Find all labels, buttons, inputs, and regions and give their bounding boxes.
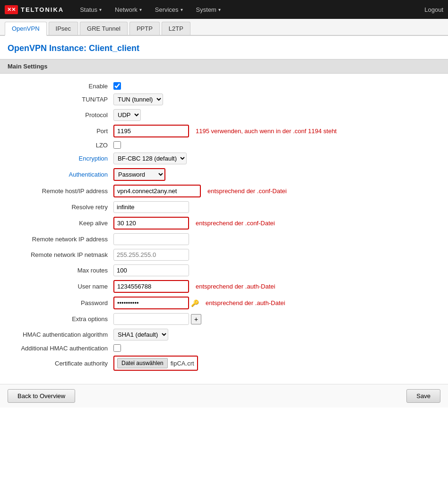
port-annotation: 1195 verwenden, auch wenn in der .conf 1… [196, 128, 337, 135]
remote-host-row: Remote host/IP address entsprechend der … [0, 185, 448, 197]
remote-net-mask-label: Remote network IP netmask [5, 251, 113, 258]
additional-hmac-checkbox[interactable] [113, 344, 121, 352]
back-to-overview-button[interactable]: Back to Overview [8, 389, 75, 403]
password-annotation: entsprechend der .auth-Datei [206, 299, 285, 306]
password-label: Password [5, 299, 113, 306]
extra-options-input[interactable] [113, 313, 189, 325]
resolve-retry-input[interactable] [113, 201, 189, 213]
max-routes-row: Max routes [0, 264, 448, 276]
chevron-down-icon: ▾ [99, 7, 102, 12]
port-row: Port 1195 verwenden, auch wenn in der .c… [0, 125, 448, 137]
remote-net-ip-input[interactable] [113, 233, 189, 245]
nav-network[interactable]: Network ▾ [108, 0, 148, 19]
main-settings-form: Enable TUN/TAP TUN (tunnel) Protocol UDP… [0, 74, 448, 379]
logo-icon: ✕✕ [5, 5, 18, 14]
cert-authority-row: Certificate authority Datei auswählen fi… [0, 356, 448, 371]
cert-authority-file-wrapper: Datei auswählen fipCA.crt [113, 356, 198, 371]
tuntap-select[interactable]: TUN (tunnel) [113, 94, 163, 105]
add-extra-option-button[interactable]: + [191, 314, 201, 324]
remote-host-annotation: entsprechend der .conf-Datei [207, 187, 287, 195]
extra-options-row: Extra options + [0, 313, 448, 325]
remote-host-label: Remote host/IP address [5, 187, 113, 195]
cert-authority-label: Certificate authority [5, 360, 113, 367]
username-annotation: entsprechend der .auth-Datei [196, 283, 275, 290]
enable-row: Enable [0, 82, 448, 90]
keep-alive-label: Keep alive [5, 220, 113, 227]
cert-authority-file-button[interactable]: Datei auswählen [117, 358, 168, 368]
chevron-down-icon: ▾ [218, 7, 221, 12]
nav-status[interactable]: Status ▾ [73, 0, 108, 19]
max-routes-label: Max routes [5, 267, 113, 274]
logo: ✕✕ TELTONIKA [5, 5, 64, 14]
enable-label: Enable [5, 83, 113, 90]
eye-icon[interactable]: 🔑 [191, 299, 199, 307]
password-row: Password 🔑 entsprechend der .auth-Datei [0, 297, 448, 309]
keep-alive-annotation: entsprechend der .conf-Datei [196, 220, 275, 227]
nav-services[interactable]: Services ▾ [148, 0, 190, 19]
port-input[interactable] [113, 125, 189, 137]
auth-select[interactable]: Password [113, 168, 165, 181]
logout-button[interactable]: Logout [424, 6, 443, 13]
tuntap-label: TUN/TAP [5, 96, 113, 103]
auth-label: Authentication [5, 171, 113, 178]
remote-net-mask-row: Remote network IP netmask [0, 249, 448, 261]
auth-row: Authentication Password [0, 168, 448, 181]
extra-options-label: Extra options [5, 315, 113, 323]
encryption-label: Encryption [5, 155, 113, 162]
additional-hmac-label: Additional HMAC authentication [5, 345, 113, 352]
lzo-row: LZO [0, 141, 448, 149]
keep-alive-row: Keep alive entsprechend der .conf-Datei [0, 217, 448, 230]
remote-net-mask-input[interactable] [113, 249, 189, 261]
top-navigation: ✕✕ TELTONIKA Status ▾ Network ▾ Services… [0, 0, 448, 19]
tuntap-row: TUN/TAP TUN (tunnel) [0, 94, 448, 105]
password-input[interactable] [113, 297, 189, 309]
lzo-label: LZO [5, 142, 113, 149]
save-button[interactable]: Save [406, 389, 440, 403]
cert-authority-file-name: fipCA.crt [171, 360, 194, 367]
remote-net-ip-label: Remote network IP address [5, 236, 113, 243]
protocol-row: Protocol UDP [0, 109, 448, 121]
hmac-algo-select[interactable]: SHA1 (default) [113, 329, 168, 340]
lzo-checkbox[interactable] [113, 141, 121, 149]
hmac-algo-label: HMAC authentication algorithm [5, 331, 113, 338]
tab-l2tp[interactable]: L2TP [162, 22, 190, 35]
resolve-retry-row: Resolve retry [0, 201, 448, 213]
enable-checkbox[interactable] [113, 82, 121, 90]
protocol-select[interactable]: UDP [113, 109, 141, 121]
hmac-algo-row: HMAC authentication algorithm SHA1 (defa… [0, 329, 448, 340]
tab-openvpn[interactable]: OpenVPN [5, 22, 47, 36]
port-label: Port [5, 128, 113, 135]
tab-gre-tunnel[interactable]: GRE Tunnel [80, 22, 128, 35]
remote-net-ip-row: Remote network IP address [0, 233, 448, 245]
tab-pptp[interactable]: PPTP [129, 22, 160, 35]
encryption-select[interactable]: BF-CBC 128 (default) [113, 153, 187, 164]
username-input[interactable] [113, 280, 189, 293]
additional-hmac-row: Additional HMAC authentication [0, 344, 448, 352]
footer: Back to Overview Save [0, 384, 448, 408]
keep-alive-input[interactable] [113, 217, 189, 230]
nav-items: Status ▾ Network ▾ Services ▾ System ▾ [73, 0, 424, 19]
tab-bar: OpenVPN IPsec GRE Tunnel PPTP L2TP [0, 19, 448, 36]
resolve-retry-label: Resolve retry [5, 204, 113, 211]
tab-ipsec[interactable]: IPsec [49, 22, 78, 35]
remote-host-input[interactable] [113, 185, 201, 197]
page-title: OpenVPN Instance: Client_client [0, 36, 448, 59]
chevron-down-icon: ▾ [181, 7, 183, 12]
encryption-row: Encryption BF-CBC 128 (default) [0, 153, 448, 164]
protocol-label: Protocol [5, 111, 113, 119]
max-routes-input[interactable] [113, 264, 189, 276]
chevron-down-icon: ▾ [139, 7, 142, 12]
nav-system[interactable]: System ▾ [190, 0, 227, 19]
section-header-main-settings: Main Settings [0, 59, 448, 74]
username-row: User name entsprechend der .auth-Datei [0, 280, 448, 293]
logo-text: TELTONIKA [21, 6, 64, 13]
username-label: User name [5, 283, 113, 290]
